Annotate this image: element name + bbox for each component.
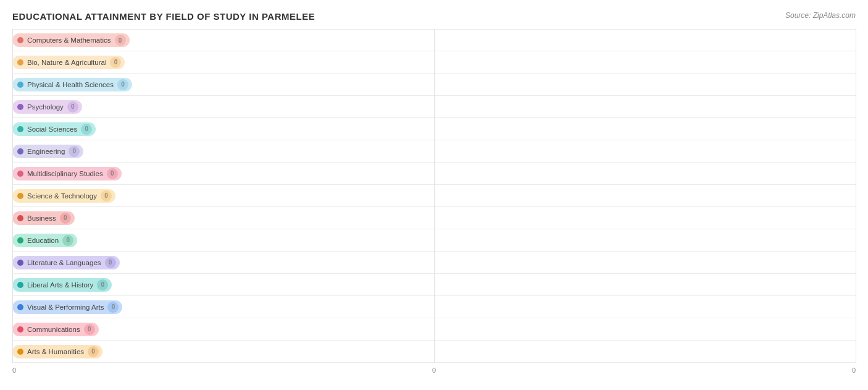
- bar-pill-communications: Communications0: [12, 323, 99, 336]
- bar-wrapper-communications: Communications0: [12, 321, 99, 337]
- bar-pill-liberal: Liberal Arts & History0: [12, 278, 112, 292]
- bar-label-social: Social Sciences: [27, 125, 77, 133]
- dot-literature: [17, 260, 23, 266]
- bar-wrapper-science: Science & Technology0: [12, 188, 115, 204]
- bar-row: Communications0: [12, 318, 856, 341]
- bar-pill-psychology: Psychology0: [12, 100, 82, 114]
- bar-wrapper-visual: Visual & Performing Arts0: [12, 299, 122, 315]
- bar-row: Visual & Performing Arts0: [12, 296, 856, 318]
- bar-label-literature: Literature & Languages: [27, 259, 101, 266]
- bar-wrapper-psychology: Psychology0: [12, 99, 82, 115]
- bar-pill-bio: Bio, Nature & Agricultural0: [12, 56, 125, 69]
- dot-communications: [17, 326, 23, 333]
- chart-area: Computers & Mathematics0Bio, Nature & Ag…: [12, 29, 856, 346]
- dot-multi: [17, 171, 23, 177]
- bar-pill-arts: Arts & Humanities0: [12, 345, 102, 358]
- bar-pill-business: Business0: [12, 211, 75, 225]
- dot-liberal: [17, 282, 23, 288]
- bars-rows-container: Computers & Mathematics0Bio, Nature & Ag…: [12, 29, 856, 363]
- bar-pill-computers: Computers & Mathematics0: [12, 33, 130, 47]
- bar-row: Literature & Languages0: [12, 252, 856, 274]
- bar-label-computers: Computers & Mathematics: [27, 36, 111, 44]
- bar-pill-multi: Multidisciplinary Studies0: [12, 167, 122, 180]
- bar-wrapper-business: Business0: [12, 210, 75, 226]
- bar-pill-social: Social Sciences0: [12, 122, 96, 136]
- x-axis: 0 0 0: [12, 363, 856, 374]
- bar-badge-physical: 0: [117, 79, 128, 90]
- bar-badge-liberal: 0: [97, 279, 108, 290]
- bar-label-education: Education: [27, 237, 59, 244]
- bar-row: Engineering0: [12, 140, 856, 163]
- bar-badge-education: 0: [62, 235, 73, 246]
- bar-wrapper-literature: Literature & Languages0: [12, 255, 120, 271]
- grid-line: [856, 29, 856, 363]
- bar-row: Liberal Arts & History0: [12, 274, 856, 296]
- bar-row: Computers & Mathematics0: [12, 29, 856, 51]
- bar-row: Multidisciplinary Studies0: [12, 163, 856, 185]
- bar-row: Bio, Nature & Agricultural0: [12, 51, 856, 74]
- bar-badge-arts: 0: [88, 346, 99, 357]
- bar-wrapper-arts: Arts & Humanities0: [12, 344, 102, 360]
- bar-label-psychology: Psychology: [27, 103, 64, 111]
- bar-label-business: Business: [27, 214, 56, 222]
- bar-row: Social Sciences0: [12, 118, 856, 140]
- bar-label-engineering: Engineering: [27, 148, 65, 155]
- bar-badge-science: 0: [101, 190, 112, 201]
- bar-pill-visual: Visual & Performing Arts0: [12, 300, 122, 314]
- bar-pill-science: Science & Technology0: [12, 189, 115, 203]
- bar-wrapper-engineering: Engineering0: [12, 143, 83, 159]
- bar-wrapper-social: Social Sciences0: [12, 121, 96, 137]
- bar-badge-literature: 0: [105, 257, 116, 268]
- dot-arts: [17, 349, 23, 355]
- dot-science: [17, 193, 23, 199]
- bars-section: Computers & Mathematics0Bio, Nature & Ag…: [12, 29, 856, 346]
- bar-row: Arts & Humanities0: [12, 341, 856, 363]
- bar-pill-literature: Literature & Languages0: [12, 256, 120, 269]
- bar-wrapper-multi: Multidisciplinary Studies0: [12, 166, 122, 182]
- bar-badge-computers: 0: [115, 35, 126, 46]
- x-axis-label-0: 0: [12, 367, 16, 374]
- bar-pill-education: Education0: [12, 234, 77, 247]
- bar-wrapper-liberal: Liberal Arts & History0: [12, 277, 112, 293]
- bar-label-liberal: Liberal Arts & History: [27, 281, 93, 289]
- bar-badge-bio: 0: [110, 57, 121, 68]
- chart-title: EDUCATIONAL ATTAINMENT BY FIELD OF STUDY…: [12, 11, 856, 22]
- bar-row: Science & Technology0: [12, 185, 856, 207]
- bar-label-multi: Multidisciplinary Studies: [27, 170, 103, 177]
- dot-business: [17, 215, 23, 221]
- bar-badge-business: 0: [60, 213, 71, 224]
- dot-visual: [17, 304, 23, 310]
- x-axis-label-2: 0: [852, 367, 856, 374]
- bar-label-visual: Visual & Performing Arts: [27, 303, 104, 311]
- bar-pill-physical: Physical & Health Sciences0: [12, 78, 132, 91]
- bar-wrapper-education: Education0: [12, 232, 77, 248]
- bar-label-bio: Bio, Nature & Agricultural: [27, 59, 106, 66]
- bar-wrapper-bio: Bio, Nature & Agricultural0: [12, 54, 125, 70]
- bar-label-arts: Arts & Humanities: [27, 348, 84, 355]
- bar-label-physical: Physical & Health Sciences: [27, 81, 114, 88]
- dot-education: [17, 237, 23, 244]
- bar-wrapper-computers: Computers & Mathematics0: [12, 32, 130, 48]
- chart-container: EDUCATIONAL ATTAINMENT BY FIELD OF STUDY…: [0, 0, 868, 390]
- dot-engineering: [17, 148, 23, 155]
- bar-badge-visual: 0: [107, 302, 119, 313]
- bar-badge-social: 0: [81, 124, 92, 135]
- bar-badge-communications: 0: [84, 324, 95, 335]
- bar-label-science: Science & Technology: [27, 192, 97, 200]
- bar-badge-multi: 0: [107, 168, 118, 179]
- bar-badge-psychology: 0: [67, 101, 78, 112]
- bar-row: Psychology0: [12, 96, 856, 118]
- bar-row: Physical & Health Sciences0: [12, 74, 856, 96]
- bar-row: Education0: [12, 229, 856, 252]
- dot-social: [17, 126, 23, 132]
- bar-wrapper-physical: Physical & Health Sciences0: [12, 77, 132, 93]
- dot-bio: [17, 59, 23, 66]
- bar-row: Business0: [12, 207, 856, 229]
- dot-physical: [17, 82, 23, 88]
- bar-label-communications: Communications: [27, 326, 80, 333]
- dot-psychology: [17, 104, 23, 110]
- x-axis-label-1: 0: [432, 367, 436, 374]
- source-label: Source: ZipAtlas.com: [785, 11, 856, 20]
- dot-computers: [17, 37, 23, 43]
- bar-badge-engineering: 0: [69, 146, 80, 157]
